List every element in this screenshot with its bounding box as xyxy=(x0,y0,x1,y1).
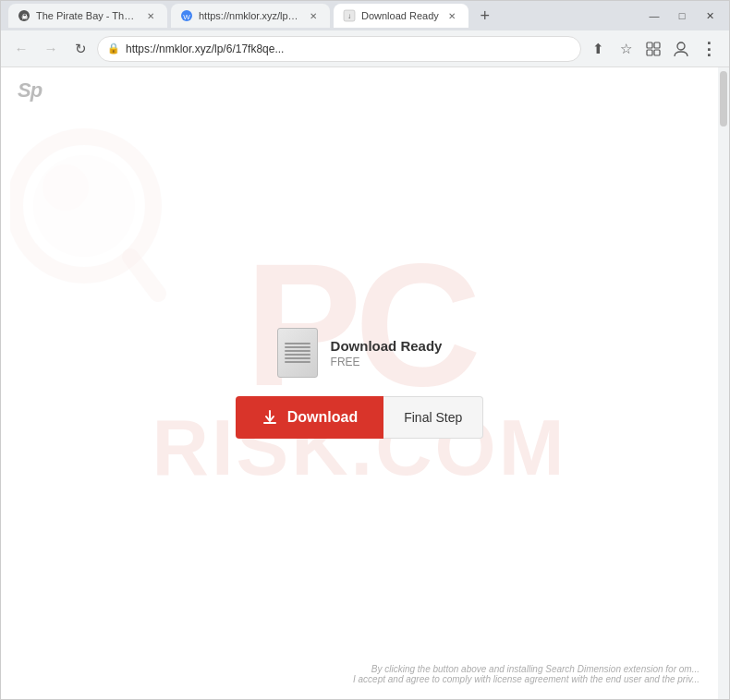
tab2-label: https://nmklor.xyz/lp/6/17fk8qe... xyxy=(199,10,300,21)
scrollbar[interactable] xyxy=(718,67,729,699)
extensions-button[interactable] xyxy=(640,36,666,62)
sp-logo: Sp xyxy=(18,78,42,103)
nav-actions: ⬆ ☆ ⋮ xyxy=(585,36,722,62)
bookmark-button[interactable]: ☆ xyxy=(613,36,639,62)
file-line-4 xyxy=(285,354,310,356)
tab3-close[interactable]: ✕ xyxy=(444,8,459,23)
account-icon xyxy=(672,40,690,58)
menu-button[interactable]: ⋮ xyxy=(696,36,722,62)
window-controls: — □ ✕ xyxy=(642,7,722,24)
scrollbar-thumb[interactable] xyxy=(720,71,727,127)
svg-rect-8 xyxy=(647,50,652,55)
download-icon xyxy=(262,409,278,426)
svg-text:☠: ☠ xyxy=(21,13,28,21)
file-line-1 xyxy=(285,343,310,344)
file-title: Download Ready xyxy=(331,338,443,354)
web-favicon: W xyxy=(180,9,193,22)
magnifier-watermark xyxy=(10,123,167,311)
new-tab-button[interactable]: + xyxy=(472,3,498,29)
minimize-button[interactable]: — xyxy=(642,7,666,24)
file-meta: Download Ready FREE xyxy=(331,338,443,368)
tab1-label: The Pirate Bay - The galaxy's mo... xyxy=(36,10,138,21)
title-bar: ☠ The Pirate Bay - The galaxy's mo... ✕ … xyxy=(1,1,729,30)
tab-strip: ☠ The Pirate Bay - The galaxy's mo... ✕ … xyxy=(8,3,642,29)
puzzle-icon xyxy=(645,41,662,57)
svg-text:↓: ↓ xyxy=(347,12,351,20)
pirate-favicon: ☠ xyxy=(18,9,30,22)
account-button[interactable] xyxy=(668,36,694,62)
svg-point-13 xyxy=(43,164,89,211)
file-info: Download Ready FREE xyxy=(277,328,443,378)
address-bar[interactable]: 🔒 https://nmklor.xyz/lp/6/17fk8qe... xyxy=(97,36,581,62)
disclaimer-text: By clicking the button above and install… xyxy=(353,664,700,684)
tab-download-ready[interactable]: ↓ Download Ready ✕ xyxy=(334,4,468,28)
tab1-close[interactable]: ✕ xyxy=(143,8,158,23)
svg-point-12 xyxy=(33,155,135,257)
final-step-button[interactable]: Final Step xyxy=(383,396,483,439)
maximize-button[interactable]: □ xyxy=(670,7,694,24)
file-line-6 xyxy=(285,361,310,363)
svg-rect-6 xyxy=(647,42,652,48)
file-line-2 xyxy=(285,346,310,348)
tab-piratebay[interactable]: ☠ The Pirate Bay - The galaxy's mo... ✕ xyxy=(8,4,167,28)
back-button[interactable]: ← xyxy=(8,36,34,62)
file-line-5 xyxy=(285,357,310,359)
file-lines xyxy=(285,343,310,363)
svg-rect-7 xyxy=(654,42,660,48)
address-text: https://nmklor.xyz/lp/6/17fk8qe... xyxy=(126,42,571,55)
file-icon xyxy=(277,328,318,378)
file-subtitle: FREE xyxy=(331,356,443,368)
content-area: Sp PC RISK.COM xyxy=(1,67,729,699)
refresh-button[interactable]: ↻ xyxy=(67,36,93,62)
close-button[interactable]: ✕ xyxy=(698,7,722,24)
share-button[interactable]: ⬆ xyxy=(585,36,611,62)
svg-text:W: W xyxy=(183,13,190,21)
nav-bar: ← → ↻ 🔒 https://nmklor.xyz/lp/6/17fk8qe.… xyxy=(1,30,729,67)
download-card: Download Ready FREE Download Final S xyxy=(236,328,483,439)
buttons-row: Download Final Step xyxy=(236,396,483,439)
download-favicon: ↓ xyxy=(343,9,356,22)
download-button[interactable]: Download xyxy=(236,396,383,439)
tab2-close[interactable]: ✕ xyxy=(306,8,321,23)
svg-line-14 xyxy=(130,257,158,294)
svg-point-10 xyxy=(677,42,685,50)
download-label: Download xyxy=(287,409,358,426)
browser-window: ☠ The Pirate Bay - The galaxy's mo... ✕ … xyxy=(0,0,730,700)
tab3-label: Download Ready xyxy=(361,10,439,21)
page: Sp PC RISK.COM xyxy=(1,67,718,699)
file-line-3 xyxy=(285,350,310,352)
final-step-label: Final Step xyxy=(404,410,462,425)
forward-button[interactable]: → xyxy=(38,36,64,62)
svg-rect-9 xyxy=(654,50,660,55)
svg-point-11 xyxy=(15,137,153,275)
tab-nmklor[interactable]: W https://nmklor.xyz/lp/6/17fk8qe... ✕ xyxy=(171,4,330,28)
lock-icon: 🔒 xyxy=(107,42,120,54)
